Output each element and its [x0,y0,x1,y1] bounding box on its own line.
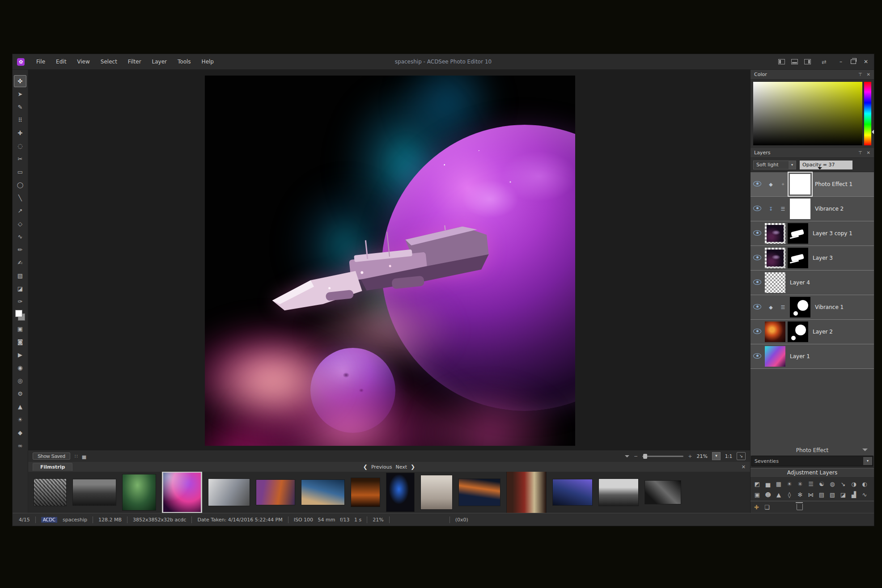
layer-mask-thumbnail[interactable] [788,248,808,268]
layer-thumbnail[interactable] [765,248,785,268]
menu-item[interactable]: Help [196,57,219,67]
zoom-tool[interactable]: ◎ [14,375,26,387]
visibility-eye-icon[interactable] [753,230,761,236]
gradient-tool[interactable]: ▧ [14,270,26,282]
select-tool[interactable]: ➤ [14,88,26,100]
saturation-value-box[interactable] [753,82,862,145]
arrow-tool[interactable]: ↗ [14,205,26,217]
duplicate-layer-button[interactable]: ❏ [764,504,770,511]
previous-button[interactable]: Previous [371,464,392,470]
filmstrip-thumbnail[interactable] [34,478,67,506]
polygon-tool[interactable]: ◇ [14,218,26,230]
levels-adjustment-icon[interactable]: ▅ [763,479,773,489]
hue-bar[interactable] [864,82,871,145]
fill-frame-tool[interactable]: ▣ [14,323,26,335]
zoom-slider[interactable] [642,456,683,457]
histogram-adjustment-icon[interactable]: ▟ [849,490,859,499]
filmstrip-tab[interactable]: Filmstrip [33,463,72,471]
filmstrip-close-icon[interactable]: ✕ [742,464,746,470]
close-icon[interactable]: ✕ [867,72,870,77]
layer-thumbnail[interactable] [790,174,810,195]
vignette-adjustment-icon[interactable]: ◪ [838,490,848,499]
pencil-tool[interactable]: ✏ [14,244,26,256]
skin-tune-adjustment-icon[interactable]: ☻ [763,490,773,499]
filmstrip-thumbnail[interactable] [72,479,116,506]
chevron-down-icon[interactable]: ▾ [789,161,796,169]
foreground-color-swatch[interactable] [15,310,22,317]
menu-item[interactable]: File [31,57,51,67]
close-icon[interactable]: ✕ [867,150,870,155]
next-button[interactable]: Next [395,464,407,470]
light-eq-adjustment-icon[interactable]: ◍ [827,479,837,489]
layer-row-layer-3[interactable]: Layer 3 [751,246,874,271]
zoom-in-button[interactable]: + [688,453,692,459]
move-tool[interactable]: ✚ [14,127,26,139]
minimize-button[interactable]: – [837,59,844,65]
dodge-burn-adjustment-icon[interactable]: ↘ [838,479,848,489]
pin-icon[interactable]: ⊤ [858,72,862,77]
next-arrow-icon[interactable]: ❯ [411,464,415,470]
expand-view-icon[interactable]: ∷ [75,453,78,459]
contrast-adjustment-icon[interactable]: ◑ [849,479,859,489]
eyedropper-tool[interactable]: ✑ [14,296,26,308]
layer-name[interactable]: Layer 2 [813,329,833,335]
draw-select-tool[interactable]: ✎ [14,101,26,113]
menu-item[interactable]: Layer [147,57,172,67]
zoom-slider-thumb[interactable] [643,454,647,459]
layer-name[interactable]: Layer 1 [790,353,810,360]
exposure-adjustment-icon[interactable]: ◩ [752,479,762,489]
play-frame-tool[interactable]: ▶ [14,349,26,361]
mask-adjustment-icon[interactable]: ⋈ [806,490,816,499]
delete-layer-button[interactable] [797,504,803,510]
canvas-viewport[interactable] [28,70,750,450]
circle-frame-tool[interactable]: ◙ [14,336,26,348]
pin-icon[interactable]: ⊤ [858,150,862,155]
photo-effect-section-header[interactable]: Photo Effect [751,444,874,456]
filmstrip-thumbnail[interactable] [122,474,156,511]
fit-image-button[interactable]: ↘ [737,452,746,460]
filmstrip-thumbnail[interactable] [458,478,500,506]
curve-tool[interactable]: ∿ [14,231,26,243]
visibility-eye-icon[interactable] [753,181,761,186]
effect-settings-icon[interactable]: ✦ [777,182,789,187]
menu-item[interactable]: View [72,57,95,67]
eraser-tool[interactable]: ◪ [14,283,26,295]
white-balance-adjustment-icon[interactable]: ▣ [752,490,762,499]
adjustment-sliders-icon[interactable]: ☰ [777,305,789,310]
visibility-eye-icon[interactable] [753,255,761,260]
line-tool[interactable]: ╲ [14,192,26,204]
sharpen-adjustment-icon[interactable]: ▲ [774,490,784,499]
brightness-adjustment-icon[interactable]: ☀ [784,479,794,489]
filmstrip-thumbnail[interactable] [506,472,547,513]
opacity-field[interactable]: Opacity = 37 [800,161,852,169]
layout-right-panel-icon[interactable] [804,59,811,64]
filmstrip-thumbnail[interactable] [420,475,453,510]
photo-filter-adjustment-icon[interactable]: ▧ [827,490,837,499]
invert-adjustment-icon[interactable]: ◐ [860,479,869,489]
settings-tool[interactable]: ⚙ [14,388,26,400]
visibility-eye-icon[interactable] [753,329,761,334]
lasso-tool[interactable]: ◌ [14,140,26,152]
adjustment-sliders-icon[interactable]: ☰ [777,206,789,212]
play-circle-tool[interactable]: ◉ [14,362,26,374]
layer-name[interactable]: Layer 4 [790,279,810,286]
layer-row-layer-2[interactable]: Layer 2 [751,320,874,344]
layer-thumbnail[interactable] [765,346,785,367]
hue-slider-arrow[interactable] [869,130,874,134]
filmstrip-thumbnail[interactable] [386,473,415,512]
vibrance-adjustment-icon[interactable]: ☰ [806,479,816,489]
zoom-preset-dropdown[interactable]: ▾ [712,452,721,460]
restore-button[interactable] [851,59,856,64]
visibility-eye-icon[interactable] [753,206,761,211]
smudge-tool[interactable]: ✍ [14,257,26,269]
gradient-map-adjustment-icon[interactable]: ▤ [817,490,827,499]
layer-row-layer-4[interactable]: Layer 4 [751,271,874,295]
layer-row-layer-1[interactable]: Layer 1 [751,344,874,369]
add-layer-button[interactable]: ✚ [754,504,759,511]
pan-tool[interactable]: ✜ [14,75,26,87]
layer-name[interactable]: Photo Effect 1 [815,181,852,187]
fill-bucket-tool[interactable]: ◆ [14,427,26,439]
menu-item[interactable]: Tools [172,57,196,67]
layer-mask-thumbnail[interactable] [790,297,810,317]
cut-tool[interactable]: ✂ [14,153,26,165]
